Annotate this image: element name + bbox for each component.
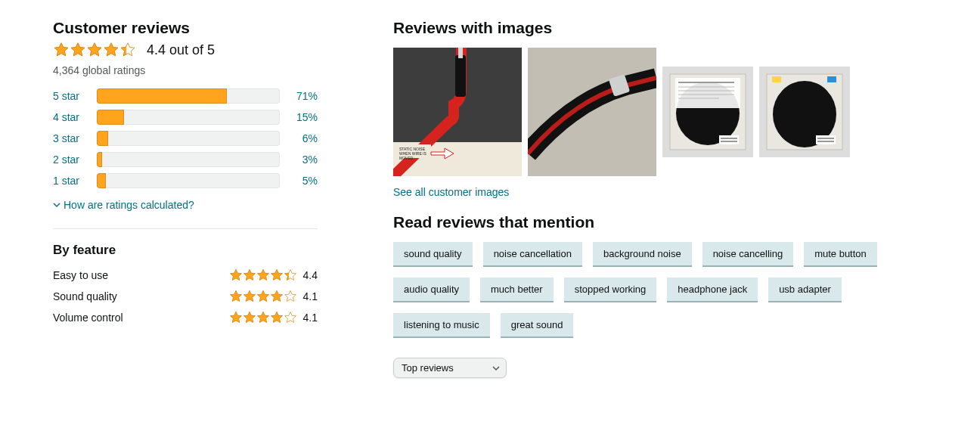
mention-tag[interactable]: audio quality bbox=[393, 278, 470, 302]
histogram-percent: 71% bbox=[287, 90, 318, 102]
histogram-bar bbox=[97, 173, 280, 188]
chevron-down-icon bbox=[53, 201, 60, 209]
feature-stars bbox=[229, 311, 297, 324]
overall-rating: 4.4 out of 5 bbox=[53, 42, 318, 58]
mention-tags: sound qualitynoise cancellationbackgroun… bbox=[393, 242, 927, 338]
histogram-star-label: 5 star bbox=[53, 90, 92, 102]
mention-tag[interactable]: background noise bbox=[593, 242, 692, 267]
svg-rect-24 bbox=[827, 76, 836, 82]
feature-row: Sound quality4.1 bbox=[53, 290, 318, 303]
histogram-percent: 15% bbox=[287, 111, 318, 123]
feature-score: 4.1 bbox=[303, 312, 318, 324]
svg-rect-18 bbox=[719, 135, 739, 144]
chevron-down-icon bbox=[492, 364, 500, 372]
histogram-bar bbox=[97, 131, 280, 146]
histogram-row[interactable]: 5 star 71% bbox=[53, 88, 318, 104]
reviews-with-images-heading: Reviews with images bbox=[393, 19, 927, 37]
histogram-percent: 3% bbox=[287, 153, 318, 166]
review-image-thumbnail[interactable] bbox=[528, 48, 656, 176]
mention-tag[interactable]: usb adapter bbox=[768, 278, 842, 302]
by-feature-heading: By feature bbox=[53, 243, 318, 258]
histogram-star-label: 2 star bbox=[53, 153, 92, 166]
feature-ratings-list: Easy to use4.4Sound quality4.1Volume con… bbox=[53, 268, 318, 324]
svg-rect-8 bbox=[528, 48, 656, 176]
mention-tag[interactable]: noise cancellation bbox=[483, 242, 582, 267]
mention-tag[interactable]: listening to music bbox=[393, 313, 490, 338]
svg-rect-23 bbox=[772, 76, 781, 82]
how-ratings-text: How are ratings calculated? bbox=[64, 199, 194, 211]
histogram-bar bbox=[97, 88, 280, 104]
feature-stars bbox=[229, 268, 297, 282]
feature-row: Volume control4.1 bbox=[53, 311, 318, 324]
histogram-percent: 5% bbox=[287, 175, 318, 187]
read-reviews-mention-heading: Read reviews that mention bbox=[393, 213, 927, 231]
histogram-percent: 6% bbox=[287, 132, 318, 144]
mention-tag[interactable]: headphone jack bbox=[667, 278, 758, 302]
histogram-star-label: 1 star bbox=[53, 175, 92, 187]
feature-row: Easy to use4.4 bbox=[53, 268, 318, 282]
review-image-thumbnail[interactable] bbox=[662, 67, 753, 157]
mention-tag[interactable]: noise cancelling bbox=[702, 242, 794, 267]
mention-tag[interactable]: much better bbox=[480, 278, 554, 302]
histogram-row[interactable]: 2 star 3% bbox=[53, 152, 318, 167]
histogram-star-label: 3 star bbox=[53, 132, 92, 144]
svg-rect-2 bbox=[455, 55, 466, 97]
how-ratings-calculated-link[interactable]: How are ratings calculated? bbox=[53, 199, 194, 211]
mention-tag[interactable]: sound quality bbox=[393, 242, 473, 267]
histogram-row[interactable]: 4 star 15% bbox=[53, 110, 318, 125]
customer-reviews-panel: Customer reviews 4.4 out of 5 4,364 glob… bbox=[53, 19, 318, 378]
review-image-thumbnail[interactable]: STATIC NOISE WHEN WIRE IS MOVED bbox=[393, 48, 522, 176]
svg-text:MOVED: MOVED bbox=[399, 156, 414, 160]
mention-tag[interactable]: mute button bbox=[804, 242, 877, 267]
histogram-star-label: 4 star bbox=[53, 111, 92, 123]
mention-tag[interactable]: stopped working bbox=[564, 278, 657, 302]
global-ratings-count: 4,364 global ratings bbox=[53, 64, 318, 76]
customer-reviews-heading: Customer reviews bbox=[53, 19, 318, 37]
feature-name: Volume control bbox=[53, 312, 123, 324]
see-all-customer-images-link[interactable]: See all customer images bbox=[393, 186, 509, 198]
histogram-bar bbox=[97, 110, 280, 125]
histogram-row[interactable]: 3 star 6% bbox=[53, 131, 318, 146]
feature-score: 4.4 bbox=[303, 269, 318, 281]
review-images-strip: STATIC NOISE WHEN WIRE IS MOVED bbox=[393, 48, 927, 176]
mention-tag[interactable]: great sound bbox=[501, 313, 574, 338]
feature-name: Easy to use bbox=[53, 269, 108, 281]
sort-reviews-dropdown[interactable]: Top reviews bbox=[393, 358, 507, 378]
histogram-row[interactable]: 1 star 5% bbox=[53, 173, 318, 188]
histogram-bar bbox=[97, 152, 280, 167]
feature-name: Sound quality bbox=[53, 290, 117, 302]
review-image-thumbnail[interactable] bbox=[759, 67, 850, 157]
overall-rating-text: 4.4 out of 5 bbox=[147, 42, 215, 58]
feature-stars bbox=[229, 290, 297, 303]
overall-stars bbox=[53, 42, 136, 58]
divider bbox=[53, 228, 318, 229]
ratings-histogram: 5 star 71% 4 star 15% 3 star 6% 2 star 3… bbox=[53, 88, 318, 188]
feature-score: 4.1 bbox=[303, 290, 318, 302]
svg-rect-25 bbox=[816, 135, 836, 144]
sort-selected-label: Top reviews bbox=[402, 362, 454, 374]
svg-rect-3 bbox=[458, 48, 463, 58]
